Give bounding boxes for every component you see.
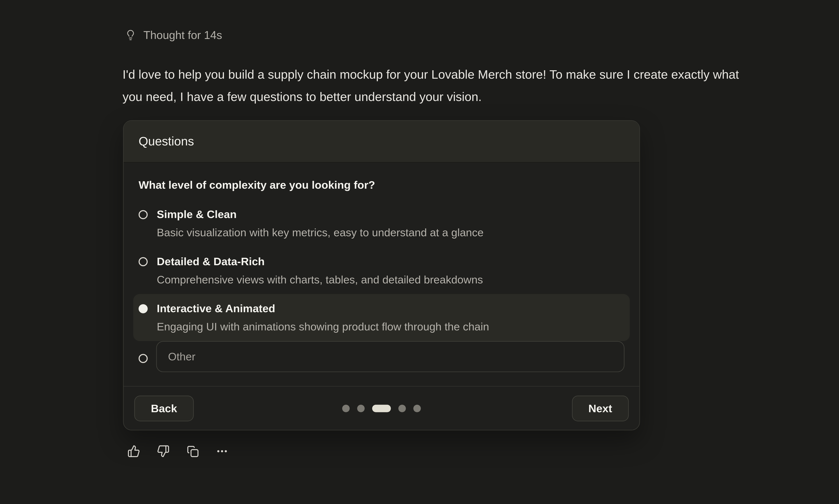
pagination-dots [342, 404, 421, 412]
option-description: Comprehensive views with charts, tables,… [157, 272, 483, 288]
more-options-button[interactable] [216, 445, 229, 458]
questions-card: Questions What level of complexity are y… [123, 120, 640, 430]
pagination-dot [342, 404, 350, 412]
card-title: Questions [139, 134, 194, 149]
thumbs-down-icon [157, 445, 170, 458]
lightbulb-icon [125, 29, 136, 42]
option-other[interactable] [139, 341, 624, 372]
pagination-dot [357, 404, 365, 412]
ellipsis-icon [216, 445, 229, 458]
radio-icon[interactable] [139, 354, 147, 363]
copy-icon [186, 445, 199, 458]
thumbs-up-button[interactable] [127, 445, 140, 458]
assistant-message: I'd love to help you build a supply chai… [123, 63, 759, 108]
thinking-summary-toggle[interactable]: Thought for 14s [125, 29, 222, 42]
copy-button[interactable] [186, 445, 199, 458]
back-button[interactable]: Back [134, 395, 194, 421]
card-footer: Back Next [124, 386, 640, 430]
card-header: Questions [124, 121, 640, 162]
next-button[interactable]: Next [572, 395, 629, 421]
radio-icon[interactable] [139, 210, 147, 219]
question-text: What level of complexity are you looking… [139, 177, 624, 193]
option-description: Engaging UI with animations showing prod… [157, 319, 489, 335]
option-label: Simple & Clean [157, 206, 484, 222]
other-input[interactable] [156, 341, 625, 372]
radio-icon[interactable] [139, 257, 147, 266]
card-body: What level of complexity are you looking… [124, 162, 640, 372]
thumbs-up-icon [127, 445, 140, 458]
pagination-dot [399, 404, 406, 412]
option-simple-clean[interactable]: Simple & Clean Basic visualization with … [133, 200, 630, 247]
chat-page: Thought for 14s I'd love to help you bui… [0, 0, 839, 504]
radio-icon[interactable] [139, 304, 147, 313]
pagination-dot-active [372, 404, 391, 412]
option-detailed-data-rich[interactable]: Detailed & Data-Rich Comprehensive views… [133, 247, 630, 294]
message-actions [127, 445, 228, 458]
option-label: Interactive & Animated [157, 301, 489, 317]
thought-label: Thought for 14s [143, 29, 222, 42]
option-description: Basic visualization with key metrics, ea… [157, 224, 484, 240]
option-interactive-animated[interactable]: Interactive & Animated Engaging UI with … [133, 294, 630, 341]
thumbs-down-button[interactable] [157, 445, 170, 458]
pagination-dot [413, 404, 421, 412]
option-label: Detailed & Data-Rich [157, 253, 483, 270]
